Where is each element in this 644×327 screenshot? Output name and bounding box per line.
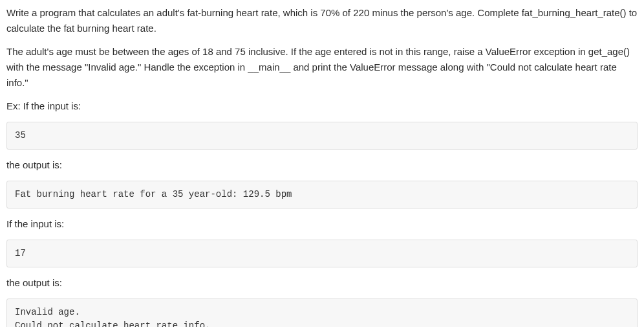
example-label-input-1: Ex: If the input is: [6, 98, 638, 114]
code-block-input-2: 17 [6, 240, 638, 267]
instruction-paragraph-1: Write a program that calculates an adult… [6, 5, 638, 36]
instruction-paragraph-2: The adult's age must be between the ages… [6, 44, 638, 91]
example-label-input-2: If the input is: [6, 216, 638, 232]
example-label-output-1: the output is: [6, 157, 638, 173]
code-block-output-1: Fat burning heart rate for a 35 year-old… [6, 181, 638, 209]
code-block-output-2: Invalid age. Could not calculate heart r… [6, 299, 638, 327]
example-label-output-2: the output is: [6, 275, 638, 291]
code-block-input-1: 35 [6, 122, 638, 150]
